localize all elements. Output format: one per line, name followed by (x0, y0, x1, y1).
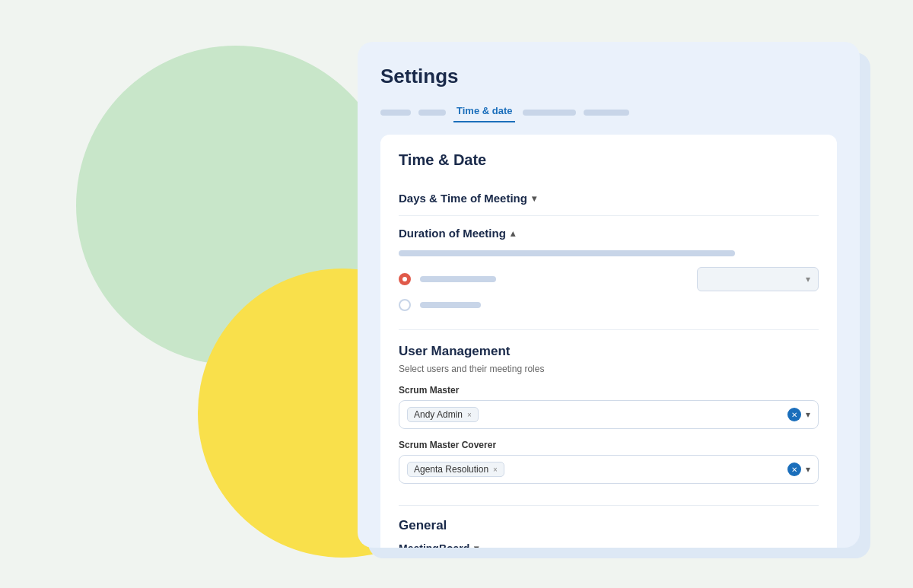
scrum-master-coverer-tag: Agenta Resolution × (407, 462, 504, 477)
days-time-label: Days & Time of Meeting ▾ (399, 192, 536, 205)
scrum-master-coverer-clear-icon[interactable]: ✕ (787, 462, 801, 476)
select-dropdown-1[interactable]: ▾ (697, 267, 819, 291)
radio-row-1[interactable]: ▾ (399, 267, 819, 291)
duration-header[interactable]: Duration of Meeting ▴ (399, 227, 819, 240)
duration-section: Duration of Meeting ▴ ▾ (399, 216, 819, 330)
general-title: General (399, 518, 819, 533)
settings-title: Settings (380, 65, 837, 88)
scrum-master-coverer-select[interactable]: Agenta Resolution × ✕ ▾ (399, 455, 819, 484)
meeting-board-chevron: ▾ (474, 543, 479, 548)
general-section: General MeetingBoard ▾ (399, 506, 819, 548)
radio-label-2 (420, 302, 481, 308)
scrum-master-clear-icon[interactable]: ✕ (787, 408, 801, 421)
user-management-title: User Management (399, 344, 819, 359)
days-time-chevron: ▾ (532, 193, 536, 204)
card-wrapper: Settings Time & date Time & Date Days & … (358, 42, 875, 574)
scrum-master-label: Scrum Master (399, 385, 819, 396)
content-panel: Time & Date Days & Time of Meeting ▾ Dur… (380, 135, 837, 548)
meeting-board-row[interactable]: MeetingBoard ▾ (399, 542, 819, 548)
scrum-master-coverer-actions: ✕ ▾ (787, 462, 810, 476)
scrum-master-coverer-tag-remove[interactable]: × (493, 466, 498, 474)
scrum-master-actions: ✕ ▾ (787, 408, 810, 421)
tab-time-date[interactable]: Time & date (453, 102, 515, 122)
section-title: Time & Date (399, 151, 819, 169)
radio-circle-1[interactable] (399, 273, 411, 285)
progress-track (399, 250, 735, 256)
scrum-master-tag: Andy Admin × (407, 407, 479, 422)
tab-bar: Time & date (380, 102, 837, 122)
radio-row-2[interactable] (399, 299, 819, 311)
scrum-master-select[interactable]: Andy Admin × ✕ ▾ (399, 400, 819, 429)
settings-card: Settings Time & date Time & Date Days & … (358, 42, 860, 548)
radio-select-1: ▾ (697, 267, 819, 291)
radio-circle-2[interactable] (399, 299, 411, 311)
scrum-master-coverer-dropdown-chevron[interactable]: ▾ (806, 464, 810, 475)
scrum-master-coverer-label: Scrum Master Coverer (399, 440, 819, 450)
radio-label-1 (420, 276, 496, 282)
tab-placeholder-2[interactable] (418, 110, 446, 116)
tab-placeholder-4[interactable] (584, 110, 629, 116)
scrum-master-dropdown-chevron[interactable]: ▾ (806, 409, 810, 420)
user-management-subtitle: Select users and their meeting roles (399, 364, 819, 374)
duration-progress-bar[interactable] (399, 250, 819, 256)
tab-placeholder-1[interactable] (380, 110, 411, 116)
duration-chevron: ▴ (511, 228, 515, 239)
tab-placeholder-3[interactable] (523, 110, 576, 116)
scrum-master-tag-remove[interactable]: × (467, 411, 472, 419)
days-time-row[interactable]: Days & Time of Meeting ▾ (399, 181, 819, 216)
select-chevron-1: ▾ (806, 274, 810, 284)
user-management-section: User Management Select users and their m… (399, 330, 819, 506)
